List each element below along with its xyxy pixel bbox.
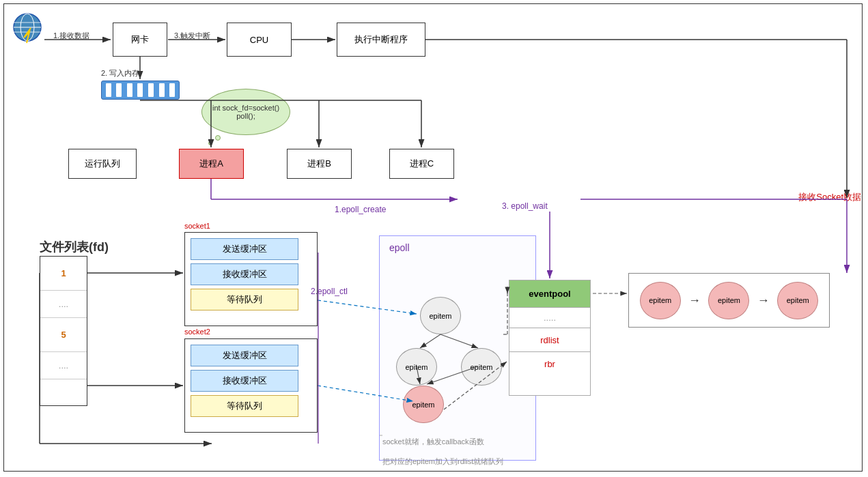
process-c-box: 进程C <box>389 149 454 179</box>
globe-icon <box>10 10 44 44</box>
fd-row-5: 5 <box>40 318 87 352</box>
socket2-sendbuf: 发送缓冲区 <box>191 345 298 366</box>
socket1-sendbuf: 发送缓冲区 <box>191 238 298 260</box>
socket2-label: socket2 <box>184 328 210 336</box>
side-label: 接收Socket数据 <box>798 191 861 203</box>
callback-note: socket就绪，触发callback函数 把对应的epitem加入到rdlis… <box>382 437 503 457</box>
process-b-box: 进程B <box>287 149 352 179</box>
epitem-chain-3: epitem <box>777 282 818 319</box>
epoll-ctl-label: 2.epoll_ctl <box>311 287 348 296</box>
epoll-label: epoll <box>389 242 410 253</box>
socket2-recvbuf: 接收缓冲区 <box>191 370 298 392</box>
socket2-waitqueue: 等待队列 <box>191 395 298 417</box>
interrupt-trigger-label: 3.触发中断 <box>174 31 210 41</box>
eventpool-header: eventpool <box>509 280 590 308</box>
bubble-dot1 <box>215 135 221 141</box>
epitem-chain-box: epitem → epitem → epitem <box>628 273 830 328</box>
socket1-waitqueue: 等待队列 <box>191 289 298 310</box>
eventpool-container: eventpool ..... rdlist rbr <box>509 280 591 396</box>
socket1-recvbuf: 接收缓冲区 <box>191 263 298 285</box>
fd-table: 1 .... 5 .... <box>40 256 87 406</box>
epoll-create-label: 1.epoll_create <box>335 205 386 214</box>
process-a-box: 进程A <box>179 149 244 179</box>
thought-bubble: int sock_fd=socket() poll(); <box>201 89 290 135</box>
fd-row-1: 1 <box>40 257 87 291</box>
fd-list-label: 文件列表(fd) <box>40 239 109 255</box>
epitem-bottom-pink: epitem <box>403 386 444 423</box>
epitem-right: epitem <box>461 348 502 386</box>
epitem-left: epitem <box>396 348 437 386</box>
fd-row-dots1: .... <box>40 291 87 318</box>
callback-line1: socket就绪，触发callback函数 <box>382 437 503 447</box>
receive-data-label: 1.接收数据 <box>53 31 89 41</box>
rdlist-row: rdlist <box>509 328 590 352</box>
socket2-box: 发送缓冲区 接收缓冲区 等待队列 <box>184 338 318 433</box>
cpu-box: CPU <box>227 23 292 57</box>
write-mem-label: 2. 写入内存 <box>101 68 139 78</box>
rbr-row: rbr <box>509 352 590 376</box>
socket1-box: 发送缓冲区 接收缓冲区 等待队列 <box>184 232 318 326</box>
epoll-wait-label: 3. epoll_wait <box>502 201 548 211</box>
socket1-label: socket1 <box>184 222 210 230</box>
epitem-top: epitem <box>420 297 461 334</box>
run-queue-box: 运行队列 <box>68 149 137 179</box>
interrupt-exec-box: 执行中断程序 <box>337 23 425 57</box>
callback-line2: 把对应的epitem加入到rdlist就绪队列 <box>382 457 503 467</box>
fd-row-dots2: .... <box>40 352 87 379</box>
epitem-chain-2: epitem <box>708 282 749 319</box>
nic-box: 网卡 <box>113 23 167 57</box>
epitem-chain-1: epitem <box>640 282 681 319</box>
eventpool-dots: ..... <box>509 308 590 328</box>
memory-chip <box>101 81 180 100</box>
bubble-dot2 <box>208 141 212 145</box>
